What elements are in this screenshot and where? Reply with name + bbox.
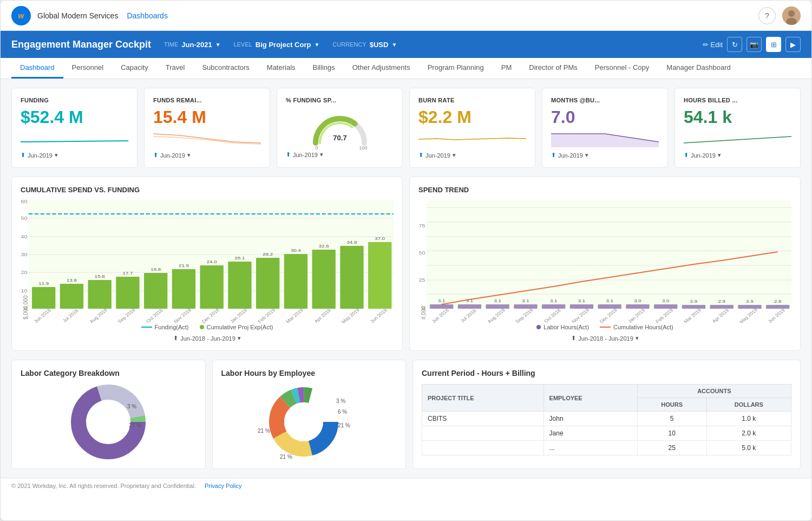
svg-text:11.9: 11.9 <box>38 281 49 286</box>
chevron-down-icon-3: ▾ <box>320 151 323 158</box>
svg-text:28.2: 28.2 <box>263 252 273 257</box>
tab-materials[interactable]: Materials <box>258 58 304 79</box>
tab-pm[interactable]: PM <box>493 58 521 79</box>
kpi-hours-footer[interactable]: ⬆ Jun-2019 ▾ <box>684 152 791 159</box>
svg-rect-48 <box>368 242 391 309</box>
dashboards-link[interactable]: Dashboards <box>127 11 168 20</box>
tab-dashboard[interactable]: Dashboard <box>11 58 63 79</box>
svg-rect-24 <box>32 287 55 309</box>
svg-text:Jun 2018: Jun 2018 <box>33 308 53 324</box>
kpi-funding-spark <box>21 131 128 147</box>
legend-labor-hours: Labor Hours(Act) <box>536 324 589 330</box>
filter-icon-chart2: ⬆ <box>571 335 576 342</box>
labor-hours-donut: 3 % 6 % 21 % 21 % 21 % <box>221 384 397 460</box>
svg-rect-26 <box>60 284 83 309</box>
privacy-policy-link[interactable]: Privacy Policy <box>205 483 241 489</box>
kpi-funds-footer[interactable]: ⬆ Jun-2019 ▾ <box>153 152 261 159</box>
labor-hours-card: Labor Hours by Employee <box>212 360 407 469</box>
svg-rect-44 <box>312 250 336 309</box>
chevron-down-icon-4: ▾ <box>453 152 456 159</box>
user-avatar[interactable] <box>782 6 801 25</box>
grid-view-icon[interactable]: ⊞ <box>766 37 781 52</box>
svg-rect-87 <box>598 304 621 309</box>
svg-rect-89 <box>626 304 649 309</box>
tab-personnel[interactable]: Personnel <box>63 58 113 79</box>
kpi-months-label: MONTHS @BU... <box>551 97 659 103</box>
spend-chart-legend: Labor Hours(Act) Cumulative Hours(Act) <box>418 324 791 330</box>
tab-other-adjustments[interactable]: Other Adjustments <box>344 58 419 79</box>
kpi-hours-billed-label: HOURS BILLED ... <box>684 97 791 103</box>
filter-icon: ⬆ <box>21 152 25 159</box>
kpi-burn-rate: BURN RATE $2.2 M ⬆ Jun-2019 ▾ <box>409 88 535 168</box>
svg-text:Apr 2019: Apr 2019 <box>313 308 332 324</box>
edit-button[interactable]: ✏ Edit <box>703 41 723 49</box>
top-nav: w Global Modern Services Dashboards ? <box>1 1 811 31</box>
help-icon[interactable]: ? <box>758 7 776 24</box>
svg-text:3.1: 3.1 <box>550 298 557 303</box>
labor-category-title: Labor Category Breakdown <box>21 369 197 377</box>
level-filter[interactable]: LEVEL Big Project Corp ▼ <box>234 41 320 49</box>
spend-trend-chart: SPEND TREND #,000 0 <box>409 177 801 351</box>
tab-billings[interactable]: Billings <box>304 58 344 79</box>
svg-text:3.1: 3.1 <box>494 298 501 303</box>
svg-text:24.0: 24.0 <box>207 259 217 264</box>
kpi-hours-billed: HOURS BILLED ... 54.1 k ⬆ Jun-2019 ▾ <box>675 88 801 168</box>
svg-text:21 %: 21 % <box>258 428 270 434</box>
chevron-down-icon-6: ▾ <box>718 152 721 159</box>
tab-capacity[interactable]: Capacity <box>112 58 157 79</box>
svg-text:Mar 2019: Mar 2019 <box>683 308 702 324</box>
svg-rect-77 <box>458 304 481 309</box>
svg-rect-46 <box>340 246 363 309</box>
time-filter[interactable]: TIME Jun-2021 ▼ <box>164 41 221 49</box>
kpi-burn-rate-label: BURN RATE <box>418 97 526 103</box>
kpi-burn-footer[interactable]: ⬆ Jun-2019 ▾ <box>418 152 526 159</box>
cell-dollars-1: 2.0 k <box>706 426 791 441</box>
svg-point-127 <box>284 402 323 441</box>
svg-text:May 2019: May 2019 <box>340 308 361 324</box>
currency-label: CURRENCY <box>332 41 366 48</box>
copyright-text: © 2021 Workday, Inc. All rights reserved… <box>11 483 196 489</box>
svg-text:3.1: 3.1 <box>522 298 529 303</box>
labor-hours-title: Labor Hours by Employee <box>221 369 397 377</box>
kpi-funding-spent-footer[interactable]: ⬆ Jun-2019 ▾ <box>286 151 394 158</box>
spend-chart-footer[interactable]: ⬆ Jun-2018 - Jun-2019 ▾ <box>418 335 791 342</box>
svg-text:Dec 2018: Dec 2018 <box>200 308 220 324</box>
camera-icon[interactable]: 📷 <box>746 37 762 52</box>
svg-text:Sep 2018: Sep 2018 <box>116 308 136 324</box>
svg-text:0: 0 <box>315 145 318 151</box>
level-value[interactable]: Big Project Corp <box>256 41 311 49</box>
svg-text:3 %: 3 % <box>127 403 136 409</box>
kpi-funding-spent-label: % FUNDING SP... <box>286 97 394 103</box>
spend-trend-svg: 0 25 50 75 3.1 3.1 <box>427 200 791 320</box>
cell-employee-1: Jane <box>543 426 637 441</box>
filter-icon-3: ⬆ <box>286 151 291 158</box>
svg-text:21.9: 21.9 <box>179 263 189 268</box>
currency-value[interactable]: $USD <box>370 41 389 49</box>
svg-text:2.9: 2.9 <box>718 299 725 304</box>
time-value[interactable]: Jun-2021 <box>181 41 212 49</box>
kpi-funds-remaining-value: 15.4 M <box>153 108 261 127</box>
currency-filter[interactable]: CURRENCY $USD ▼ <box>332 41 397 49</box>
tab-subcontractors[interactable]: Subcontractors <box>193 58 258 79</box>
svg-rect-93 <box>682 305 705 309</box>
svg-text:3.1: 3.1 <box>466 298 473 303</box>
kpi-funds-remaining-label: FUNDS REMAI... <box>153 97 261 103</box>
svg-rect-38 <box>228 262 251 309</box>
header-actions: ✏ Edit ↻ 📷 ⊞ ▶ <box>703 37 801 52</box>
tab-program-planning[interactable]: Program Planning <box>419 58 493 79</box>
kpi-months-footer[interactable]: ⬆ Jun-2019 ▾ <box>551 152 659 159</box>
svg-text:3.0: 3.0 <box>662 298 669 303</box>
page-title: Engagement Manager Cockpit <box>11 39 151 50</box>
refresh-icon[interactable]: ↻ <box>727 37 742 52</box>
tab-travel[interactable]: Travel <box>157 58 194 79</box>
tab-manager-dashboard[interactable]: Manager Dashboard <box>658 58 739 79</box>
svg-rect-42 <box>284 254 307 309</box>
tab-personnel-copy[interactable]: Personnel - Copy <box>586 58 658 79</box>
tab-director-pms[interactable]: Director of PMs <box>520 58 586 79</box>
video-icon[interactable]: ▶ <box>785 37 801 52</box>
kpi-funding-footer[interactable]: ⬆ Jun-2019 ▾ <box>21 152 128 159</box>
cumulative-chart-footer[interactable]: ⬆ Jun-2018 - Jun-2019 ▾ <box>21 335 394 342</box>
kpi-funding: FUNDING $52.4 M ⬆ Jun-2019 ▾ <box>11 88 137 168</box>
svg-text:21 %: 21 % <box>338 422 350 428</box>
pencil-icon: ✏ <box>703 41 709 49</box>
